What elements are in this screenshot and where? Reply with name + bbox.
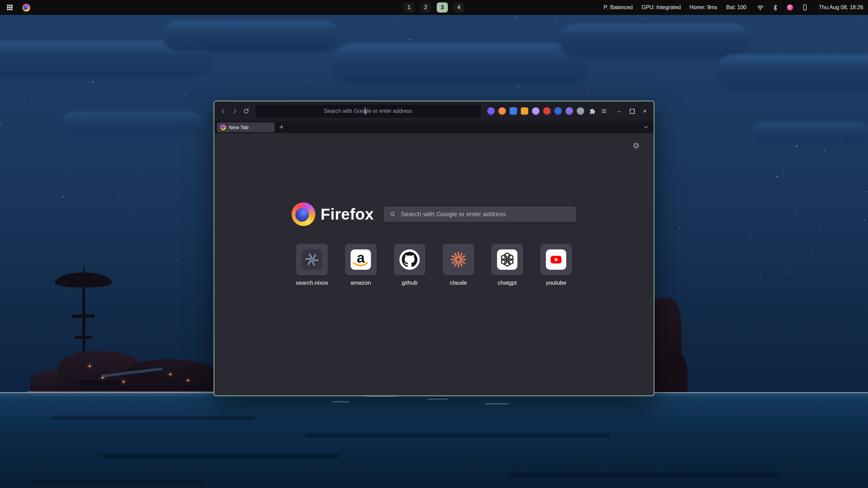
tab-bar: New Tab + xyxy=(214,121,654,133)
nixos-snowflake-icon xyxy=(302,249,322,270)
extension-icon-4[interactable] xyxy=(521,107,528,115)
workspace-2[interactable]: 2 xyxy=(420,2,431,13)
cloud xyxy=(715,54,868,92)
text-caret xyxy=(365,107,366,115)
settings-gear-icon[interactable] xyxy=(630,141,642,151)
extension-icon-3[interactable] xyxy=(510,107,517,115)
reload-icon[interactable] xyxy=(240,105,252,117)
color-picker-icon[interactable] xyxy=(785,2,795,13)
workspace-switcher: 1 2 3 4 xyxy=(403,2,465,13)
tab-title: New Tab xyxy=(229,124,249,130)
window-controls: – × xyxy=(614,106,650,116)
shortcut-search-nixos[interactable]: search.nixos xyxy=(296,244,328,286)
extension-icon-9[interactable] xyxy=(577,107,584,115)
search-icon xyxy=(389,211,396,218)
bluetooth-icon[interactable] xyxy=(770,2,780,13)
url-bar xyxy=(255,104,481,118)
cloud xyxy=(332,43,590,84)
cloud xyxy=(61,112,203,136)
cloud xyxy=(163,20,339,51)
github-octocat-icon xyxy=(399,249,420,270)
gpu-module: GPU: Integrated xyxy=(642,4,681,11)
shortcut-tiles: search.nixos a amazon xyxy=(214,244,654,286)
new-tab-page: Firefox xyxy=(214,133,654,395)
workspace-1[interactable]: 1 xyxy=(403,2,415,13)
shortcut-chatgpt[interactable]: chatgpt xyxy=(491,244,523,286)
ocean xyxy=(0,393,868,488)
wifi-icon[interactable] xyxy=(755,2,765,13)
cloud xyxy=(753,122,868,142)
claude-starburst-icon xyxy=(449,250,468,269)
close-icon[interactable]: × xyxy=(639,106,650,116)
shortcut-github[interactable]: github xyxy=(394,244,426,286)
minimize-icon[interactable]: – xyxy=(614,106,625,116)
openai-knot-icon xyxy=(497,249,517,270)
firefox-launcher-icon[interactable] xyxy=(21,2,31,13)
maximize-icon[interactable] xyxy=(627,106,637,116)
back-icon[interactable] xyxy=(218,105,229,117)
newtab-search-input[interactable] xyxy=(400,210,571,218)
youtube-play-icon xyxy=(546,249,566,270)
newtab-hero: Firefox xyxy=(214,202,654,226)
tab-favicon-firefox xyxy=(220,124,226,130)
tab-overflow-chevron-icon[interactable] xyxy=(641,122,651,132)
shortcut-youtube[interactable]: youtube xyxy=(540,244,572,286)
extension-icon-1[interactable] xyxy=(487,107,495,115)
firefox-logo xyxy=(292,202,315,226)
extension-icon-5[interactable] xyxy=(532,107,539,115)
extension-icon-8[interactable] xyxy=(566,107,573,115)
newtab-search-box xyxy=(384,206,576,222)
home-latency-module: Home: 9ms xyxy=(690,4,717,11)
desktop: 1 2 3 4 P: Balanced GPU: Integrated Home… xyxy=(0,0,868,488)
menu-icon[interactable] xyxy=(598,105,610,117)
power-profile-module: P: Balanced xyxy=(604,4,633,11)
shortcut-amazon[interactable]: a amazon xyxy=(345,244,377,286)
url-input[interactable] xyxy=(255,108,481,115)
extension-icons xyxy=(487,107,584,115)
extension-icon-6[interactable] xyxy=(543,107,551,115)
new-tab-button[interactable]: + xyxy=(277,122,286,132)
clock-module: Thu Aug 08, 18:26 xyxy=(819,4,863,11)
shortcut-claude[interactable]: claude xyxy=(442,244,474,286)
firefox-wordmark: Firefox xyxy=(321,205,374,223)
cloud xyxy=(559,24,749,58)
apps-grid-icon[interactable] xyxy=(5,2,15,13)
forward-icon[interactable] xyxy=(229,105,240,117)
tablet-icon[interactable] xyxy=(800,2,810,13)
extension-icon-2[interactable] xyxy=(498,107,506,115)
extensions-puzzle-icon[interactable] xyxy=(587,105,598,117)
status-bar: 1 2 3 4 P: Balanced GPU: Integrated Home… xyxy=(0,0,868,15)
battery-module: Bat: 100 xyxy=(726,4,747,11)
workspace-4[interactable]: 4 xyxy=(453,2,465,13)
workspace-3-active[interactable]: 3 xyxy=(437,2,448,13)
firefox-window: – × New Tab + xyxy=(214,101,654,396)
navigation-toolbar: – × xyxy=(214,101,654,121)
amazon-logo-icon: a xyxy=(351,249,371,270)
tab-new-tab[interactable]: New Tab xyxy=(217,122,275,132)
extension-icon-7[interactable] xyxy=(554,107,562,115)
